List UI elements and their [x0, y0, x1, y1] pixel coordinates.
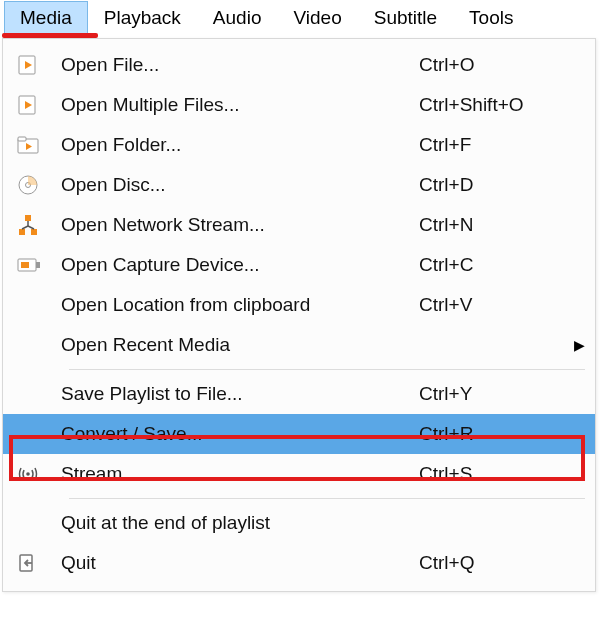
svg-rect-11	[31, 229, 37, 235]
menu-shortcut: Ctrl+R	[419, 423, 569, 445]
file-play-icon	[17, 54, 61, 76]
menu-label: Stream...	[61, 463, 419, 485]
menu-label: Open Location from clipboard	[61, 294, 419, 316]
media-dropdown: Open File... Ctrl+O Open Multiple Files.…	[2, 38, 596, 592]
menu-shortcut: Ctrl+Shift+O	[419, 94, 569, 116]
capture-device-icon	[17, 256, 61, 274]
menu-shortcut: Ctrl+C	[419, 254, 569, 276]
menu-label: Open File...	[61, 54, 419, 76]
menu-convert-save[interactable]: Convert / Save... Ctrl+R	[3, 414, 595, 454]
menu-open-capture-device[interactable]: Open Capture Device... Ctrl+C	[3, 245, 595, 285]
menu-label: Open Disc...	[61, 174, 419, 196]
menu-label: Open Recent Media	[61, 334, 419, 356]
menu-shortcut: Ctrl+F	[419, 134, 569, 156]
network-icon	[17, 214, 61, 236]
menu-label: Quit at the end of playlist	[61, 512, 419, 534]
svg-line-13	[22, 226, 28, 229]
disc-icon	[17, 174, 61, 196]
svg-rect-17	[36, 262, 40, 268]
menubar-playback[interactable]: Playback	[88, 1, 197, 35]
menu-label: Open Network Stream...	[61, 214, 419, 236]
menu-save-playlist[interactable]: Save Playlist to File... Ctrl+Y	[3, 374, 595, 414]
menu-stream[interactable]: Stream... Ctrl+S	[3, 454, 595, 494]
folder-play-icon	[17, 135, 61, 155]
svg-rect-9	[25, 215, 31, 221]
menubar-tools[interactable]: Tools	[453, 1, 529, 35]
stream-icon	[17, 466, 61, 482]
menu-label: Save Playlist to File...	[61, 383, 419, 405]
menu-quit-end-playlist[interactable]: Quit at the end of playlist	[3, 503, 595, 543]
menu-open-recent-media[interactable]: Open Recent Media ▶	[3, 325, 595, 365]
menubar-media[interactable]: Media	[4, 1, 88, 35]
menu-quit[interactable]: Quit Ctrl+Q	[3, 543, 595, 583]
svg-line-14	[28, 226, 34, 229]
menu-label: Open Folder...	[61, 134, 419, 156]
menu-shortcut: Ctrl+V	[419, 294, 569, 316]
menu-divider	[69, 369, 585, 370]
menubar: Media Playback Audio Video Subtitle Tool…	[0, 0, 600, 36]
menu-open-multiple-files[interactable]: Open Multiple Files... Ctrl+Shift+O	[3, 85, 595, 125]
menu-open-file[interactable]: Open File... Ctrl+O	[3, 45, 595, 85]
menu-shortcut: Ctrl+Q	[419, 552, 569, 574]
svg-rect-10	[19, 229, 25, 235]
svg-rect-5	[18, 137, 26, 141]
menu-divider	[69, 498, 585, 499]
menu-shortcut: Ctrl+N	[419, 214, 569, 236]
quit-icon	[17, 552, 61, 574]
menu-open-network-stream[interactable]: Open Network Stream... Ctrl+N	[3, 205, 595, 245]
submenu-arrow-icon: ▶	[569, 337, 585, 353]
menubar-subtitle[interactable]: Subtitle	[358, 1, 453, 35]
menubar-audio[interactable]: Audio	[197, 1, 278, 35]
file-play-icon	[17, 94, 61, 116]
menu-label: Quit	[61, 552, 419, 574]
menu-open-folder[interactable]: Open Folder... Ctrl+F	[3, 125, 595, 165]
menu-open-location-clipboard[interactable]: Open Location from clipboard Ctrl+V	[3, 285, 595, 325]
menu-shortcut: Ctrl+Y	[419, 383, 569, 405]
svg-rect-16	[21, 262, 29, 268]
menu-label: Open Capture Device...	[61, 254, 419, 276]
menu-shortcut: Ctrl+S	[419, 463, 569, 485]
menu-shortcut: Ctrl+D	[419, 174, 569, 196]
menu-label: Open Multiple Files...	[61, 94, 419, 116]
svg-point-18	[26, 472, 30, 476]
menu-shortcut: Ctrl+O	[419, 54, 569, 76]
menu-open-disc[interactable]: Open Disc... Ctrl+D	[3, 165, 595, 205]
menu-label: Convert / Save...	[61, 423, 419, 445]
menubar-video[interactable]: Video	[277, 1, 357, 35]
